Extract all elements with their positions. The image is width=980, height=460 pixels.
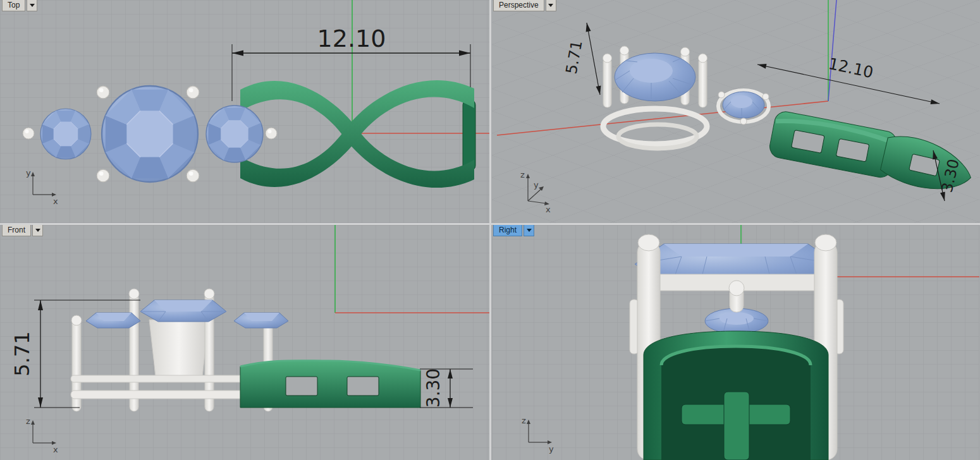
viewport-title[interactable]: Top — [2, 0, 25, 11]
axis-label-depth: y — [534, 180, 539, 190]
chevron-down-icon — [527, 229, 532, 232]
viewport-right[interactable]: z y Right — [491, 225, 980, 460]
pendant-model-right[interactable] — [630, 234, 843, 460]
axis-label-vertical: y — [26, 168, 31, 178]
viewport-perspective[interactable]: 5.71 12.10 3.30 — [491, 0, 980, 223]
gem-center-perspective — [615, 53, 695, 101]
prong-ball — [187, 169, 199, 182]
prong-ball — [97, 86, 109, 99]
viewport-tab-perspective: Perspective — [493, 0, 556, 11]
axis-label-vertical: z — [26, 416, 30, 426]
viewport-menu-button[interactable] — [32, 225, 43, 236]
prong-ball — [187, 86, 199, 99]
gem-small-right — [206, 106, 263, 162]
viewport-title[interactable]: Right — [493, 225, 522, 236]
viewport-title[interactable]: Front — [2, 225, 31, 236]
viewport-front[interactable]: 5.71 3.30 z x — [0, 225, 489, 460]
axis-label-vertical: z — [522, 416, 526, 425]
right-view-canvas[interactable]: z y — [491, 225, 980, 460]
band-window — [286, 377, 317, 396]
band-front — [240, 361, 420, 408]
gem-small-left — [40, 109, 91, 159]
axis-label-horizontal: y — [549, 444, 554, 454]
axis-label-horizontal: x — [53, 197, 58, 206]
axis-label-vertical: z — [520, 170, 525, 179]
viewport-menu-button[interactable] — [524, 225, 534, 236]
viewport-tab-right: Right — [493, 225, 534, 236]
dimension-text: 12.10 — [317, 25, 386, 52]
viewport-tab-top: Top — [2, 0, 37, 11]
viewport-menu-button[interactable] — [546, 0, 556, 11]
band-right-view — [644, 331, 828, 460]
prong-ball — [23, 128, 34, 139]
center-post-ball — [729, 281, 744, 296]
chevron-down-icon — [30, 4, 35, 7]
front-view-canvas[interactable]: 5.71 3.30 z x — [0, 225, 489, 460]
chevron-down-icon — [548, 4, 553, 7]
axis-label-horizontal: x — [546, 205, 551, 214]
band-window — [347, 377, 379, 396]
viewport-title[interactable]: Perspective — [493, 0, 544, 11]
viewport-menu-button[interactable] — [27, 0, 37, 11]
axis-label-horizontal: x — [53, 445, 58, 454]
dimension-text: 3.30 — [423, 368, 444, 408]
band-end-bar — [463, 100, 475, 171]
viewport-grid: 12.10 y x Top — [0, 0, 980, 460]
gem-small-perspective — [723, 92, 764, 118]
gem-left-front — [86, 313, 140, 328]
cad-window: 12.10 y x Top — [0, 0, 980, 460]
gem-right-front — [234, 313, 288, 328]
perspective-view-canvas[interactable]: 5.71 12.10 3.30 — [491, 0, 980, 223]
setting-cup — [149, 320, 209, 377]
viewport-top[interactable]: 12.10 y x Top — [0, 0, 489, 223]
viewport-tab-front: Front — [2, 225, 43, 236]
gem-center-front — [140, 300, 226, 322]
prong-ball — [97, 169, 109, 182]
prong-ball — [266, 128, 277, 139]
top-view-canvas[interactable]: 12.10 y x — [0, 0, 489, 223]
gem-center — [102, 86, 198, 182]
dimension-text: 5.71 — [10, 331, 34, 376]
chevron-down-icon — [35, 229, 40, 232]
